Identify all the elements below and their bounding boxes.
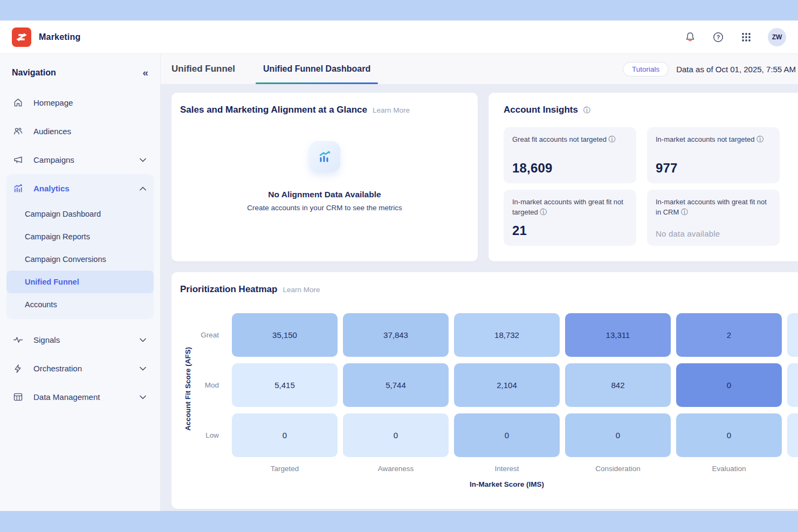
chevron-up-icon [140, 186, 146, 191]
sidebar-subitem-campaign-conversions[interactable]: Campaign Conversions [6, 248, 154, 271]
info-icon[interactable]: ⓘ [609, 135, 616, 143]
account-insights-card: Account Insights ⓘ Great fit accounts no… [489, 93, 798, 261]
sidebar-item-campaigns[interactable]: Campaigns [6, 146, 154, 174]
heatmap-cell-low-targeted[interactable]: 0 [232, 413, 338, 457]
metric-label: In-market accounts with great fit not in… [656, 198, 767, 216]
analytics-icon [12, 183, 24, 195]
app-header: Marketing ? [0, 20, 798, 54]
heatmap-column-label: Interest [454, 465, 560, 473]
empty-state-subtitle: Create accounts in your CRM to see the m… [247, 204, 402, 212]
sidebar-item-orchestration[interactable]: Orchestration [6, 354, 154, 383]
heatmap-cell-low-evaluation[interactable]: 0 [676, 413, 782, 457]
sidebar-item-audiences[interactable]: Audiences [6, 117, 154, 146]
tab-label: Unified Funnel Dashboard [263, 64, 370, 74]
sidebar: Navigation « Homepage Aud [0, 54, 161, 511]
megaphone-icon [12, 154, 24, 166]
chevron-down-icon [140, 395, 146, 399]
heatmap-column-labels: TargetedAwarenessInterestConsiderationEv… [180, 465, 798, 473]
tutorials-button[interactable]: Tutorials [623, 62, 669, 77]
metric-value: 977 [656, 161, 771, 176]
help-icon[interactable]: ? [712, 31, 725, 44]
heatmap-cell-mod-targeted[interactable]: 5,415 [232, 363, 338, 407]
heatmap-cell-mod-awareness[interactable]: 5,744 [343, 363, 449, 407]
sidebar-item-homepage[interactable]: Homepage [6, 88, 154, 117]
heatmap-column-label: Targeted [232, 465, 338, 473]
sidebar-collapse-icon[interactable]: « [142, 67, 148, 79]
metric-tile-great-fit-not-targeted[interactable]: Great fit accounts not targeted ⓘ 18,609 [504, 127, 636, 183]
heatmap-column-label: Evaluation [676, 465, 782, 473]
heatmap-cell-mod-consideration[interactable]: 842 [565, 363, 671, 407]
analytics-group: Analytics Campaign Dashboard Campaign Re… [6, 174, 154, 319]
info-icon[interactable]: ⓘ [583, 106, 590, 115]
tab-unified-funnel-dashboard[interactable]: Unified Funnel Dashboard [262, 54, 372, 84]
heatmap-cell-low-consideration[interactable]: 0 [565, 413, 671, 457]
tab-bar: Unified Funnel Unified Funnel Dashboard … [161, 54, 798, 84]
main-area: Unified Funnel Unified Funnel Dashboard … [161, 54, 798, 511]
bell-icon[interactable] [684, 31, 697, 44]
sidebar-item-label: Analytics [33, 184, 70, 193]
avatar[interactable]: ZW [768, 28, 786, 46]
heatmap-label-spacer [180, 465, 226, 473]
heatmap-y-axis-label: Account Fit Score (AFS) [184, 347, 192, 431]
metric-value: 21 [512, 223, 628, 238]
info-icon[interactable]: ⓘ [540, 208, 547, 216]
chevron-down-icon [140, 158, 146, 162]
alignment-learn-more-link[interactable]: Learn More [373, 106, 410, 114]
data-as-of-timestamp: Data as of Oct 01, 2025, 7:55 AM [676, 65, 796, 74]
page-title: Unified Funnel [171, 64, 235, 74]
metric-tile-inmarket-great-fit-not-in-crm[interactable]: In-market accounts with great fit not in… [647, 190, 780, 246]
heatmap-cell-great-awareness[interactable]: 37,843 [343, 313, 449, 357]
sidebar-subitem-campaign-dashboard[interactable]: Campaign Dashboard [6, 203, 154, 225]
alignment-card-title: Sales and Marketing Alignment at a Glanc… [180, 105, 367, 115]
brand-name: Marketing [39, 32, 80, 42]
metric-tile-inmarket-great-fit-not-targeted[interactable]: In-market accounts with great fit not ta… [504, 190, 636, 246]
heatmap-column-label: Consideration [565, 465, 671, 473]
prioritization-heatmap-card: Prioritization Heatmap Learn More Accoun… [171, 272, 798, 509]
heatmap-title: Prioritization Heatmap [180, 284, 277, 295]
heatmap-cell-great-interest[interactable]: 18,732 [454, 313, 560, 357]
info-icon[interactable]: ⓘ [756, 135, 763, 143]
metric-tile-inmarket-not-targeted[interactable]: In-market accounts not targeted ⓘ 977 [647, 127, 780, 183]
data-management-icon [12, 391, 24, 403]
svg-text:?: ? [717, 34, 720, 40]
metric-value: No data available [656, 229, 771, 238]
heatmap-learn-more-link[interactable]: Learn More [283, 286, 320, 294]
heatmap-cell-clipped[interactable] [787, 413, 798, 457]
brand-logo[interactable] [12, 27, 31, 47]
sidebar-item-analytics[interactable]: Analytics [6, 174, 154, 203]
sidebar-item-data-management[interactable]: Data Management [6, 383, 154, 411]
metric-label: In-market accounts with great fit not ta… [512, 198, 623, 216]
home-icon [12, 97, 24, 109]
sidebar-item-label: Homepage [33, 98, 73, 107]
sidebar-item-label: Campaigns [33, 155, 74, 164]
metric-label: In-market accounts not targeted [656, 135, 755, 143]
heatmap-cell-mod-evaluation[interactable]: 0 [676, 363, 782, 407]
dashboard-content: Sales and Marketing Alignment at a Glanc… [161, 84, 798, 511]
browser-bottom-strip [0, 511, 798, 532]
heatmap-cell-low-awareness[interactable]: 0 [343, 413, 449, 457]
account-insights-title: Account Insights [504, 105, 578, 115]
sidebar-item-signals[interactable]: Signals [6, 326, 154, 354]
heatmap-cell-great-evaluation[interactable]: 2 [676, 313, 782, 357]
heatmap-cell-low-interest[interactable]: 0 [454, 413, 560, 457]
heatmap-cell-mod-interest[interactable]: 2,104 [454, 363, 560, 407]
apps-grid-icon[interactable] [740, 31, 753, 44]
sidebar-subitem-unified-funnel[interactable]: Unified Funnel [6, 271, 154, 293]
z-logo-icon [15, 30, 29, 44]
chevron-down-icon [140, 367, 146, 371]
heatmap-cell-clipped[interactable] [787, 313, 798, 357]
empty-state-title: No Alignment Data Available [268, 190, 381, 199]
sidebar-item-label: Audiences [33, 127, 71, 136]
heatmap-x-axis-label: In-Market Score (IMS) [232, 480, 782, 488]
info-icon[interactable]: ⓘ [681, 208, 688, 216]
sidebar-subitem-accounts[interactable]: Accounts [6, 293, 154, 316]
heatmap-cell-great-targeted[interactable]: 35,150 [232, 313, 338, 357]
sidebar-item-label: Data Management [33, 392, 100, 402]
orchestration-icon [12, 363, 24, 375]
no-data-chart-icon [309, 141, 340, 172]
sidebar-subitem-campaign-reports[interactable]: Campaign Reports [6, 225, 154, 248]
heatmap-cell-great-consideration[interactable]: 13,311 [565, 313, 671, 357]
heatmap-cell-clipped[interactable] [787, 363, 798, 407]
browser-top-strip [0, 0, 798, 20]
sidebar-title: Navigation [12, 68, 56, 78]
